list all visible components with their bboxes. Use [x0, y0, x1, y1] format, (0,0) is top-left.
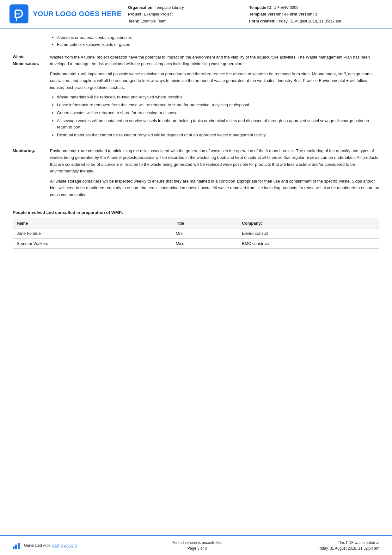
- people-table: Name Title Company: Jane Fondue Mrs Envi…: [13, 218, 379, 249]
- people-section-title: People involved and consulted in prepara…: [13, 210, 379, 215]
- waste-bullet-5: Residual materials that cannot be reused…: [57, 132, 379, 139]
- team-label: Team:: [128, 19, 139, 23]
- template-version-line: Template Version: 4 Form Version: 3: [249, 11, 379, 18]
- content: Asbestos or material containing asbestos…: [0, 28, 392, 535]
- intro-bullet-1: Asbestos or material containing asbestos: [57, 34, 379, 41]
- monitoring-para-1: Environmental + are committed to minimis…: [50, 147, 379, 175]
- footer-page: Page 3 of 8: [172, 546, 223, 551]
- form-version-value: 3: [315, 12, 317, 16]
- people-section: People involved and consulted in prepara…: [13, 210, 379, 249]
- dashpivot-icon: [13, 542, 21, 549]
- page: YOUR LOGO GOES HERE Organisation: Templa…: [0, 0, 392, 555]
- waste-para-2: Environmental + will implement all possi…: [50, 71, 379, 91]
- template-id-label: Template ID:: [249, 5, 273, 10]
- row1-title: Mrs: [172, 228, 238, 238]
- row2-name: Summer Walkers: [13, 238, 172, 248]
- project-value: Example Project: [144, 12, 173, 16]
- footer-pdf-line2: Friday, 31 August 2018, 11:52:54 am: [317, 546, 379, 551]
- footer: Generated with dashpivot.com Printed ver…: [0, 535, 392, 555]
- form-created-label: Form created:: [249, 19, 275, 23]
- row1-company: Enviro consult: [238, 228, 379, 238]
- template-id-line: Template ID: DP-ENV-0009: [249, 4, 379, 11]
- template-version-value: 4: [284, 12, 286, 16]
- waste-minimisation-label: Waste Minimisation:: [13, 54, 50, 142]
- logo-text: YOUR LOGO GOES HERE: [33, 10, 122, 18]
- footer-right: This PDF was created at Friday, 31 Augus…: [317, 540, 379, 551]
- table-row: Summer Walkers Miss BMC construct: [13, 238, 379, 248]
- logo-area: YOUR LOGO GOES HERE: [9, 3, 122, 25]
- col-name-header: Name: [13, 218, 172, 228]
- org-line: Organisation: Template Library: [128, 4, 236, 11]
- footer-generated-text: Generated with: [24, 543, 50, 548]
- svg-rect-2: [15, 545, 17, 549]
- waste-minimisation-body: Wastes from the A tunnel project operati…: [50, 54, 379, 142]
- footer-center: Printed version is uncontrolled Page 3 o…: [172, 540, 223, 551]
- waste-bullet-4: All sewage wastes will be contained on s…: [57, 118, 379, 131]
- monitoring-section: Monitoring: Environmental + are committe…: [13, 147, 379, 201]
- footer-left: Generated with dashpivot.com: [13, 542, 77, 549]
- svg-rect-1: [13, 546, 15, 549]
- monitoring-label: Monitoring:: [13, 147, 50, 201]
- header-meta-left: Organisation: Template Library Project: …: [128, 4, 236, 25]
- waste-bullet-1: Waste materials will be reduced, reused …: [57, 94, 379, 101]
- template-id-value: DP-ENV-0009: [274, 5, 299, 10]
- footer-link[interactable]: dashpivot.com: [52, 543, 77, 548]
- intro-bullet-list: Asbestos or material containing asbestos…: [51, 34, 379, 48]
- row2-title: Miss: [172, 238, 238, 248]
- org-value: Template Library: [155, 5, 184, 10]
- svg-rect-3: [18, 543, 20, 549]
- monitoring-body: Environmental + are committed to minimis…: [50, 147, 379, 201]
- form-created-value: Friday, 31 August 2018, 11:05:12 am: [277, 19, 341, 23]
- header: YOUR LOGO GOES HERE Organisation: Templa…: [0, 0, 392, 28]
- template-version-label: Template Version:: [249, 12, 283, 16]
- row1-name: Jane Fondue: [13, 228, 172, 238]
- project-label: Project:: [128, 12, 143, 16]
- waste-bullet-list: Waste materials will be reduced, reused …: [50, 94, 379, 139]
- row2-company: BMC construct: [238, 238, 379, 248]
- waste-bullet-3: General wastes will be returned to shore…: [57, 110, 379, 116]
- form-version-label: Form Version:: [287, 12, 314, 16]
- logo-icon: [9, 4, 28, 23]
- col-company-header: Company:: [238, 218, 379, 228]
- intro-bullet-2: Flammable or explosive liquids or gases: [57, 41, 379, 48]
- monitoring-para-2: All waste storage containers will be ins…: [50, 178, 379, 198]
- table-row: Jane Fondue Mrs Enviro consult: [13, 228, 379, 238]
- form-created-line: Form created: Friday, 31 August 2018, 11…: [249, 18, 379, 25]
- header-meta: Organisation: Template Library Project: …: [128, 3, 379, 25]
- org-label: Organisation:: [128, 5, 154, 10]
- footer-pdf-line1: This PDF was created at: [317, 540, 379, 546]
- waste-para-1: Wastes from the A tunnel project operati…: [50, 54, 379, 67]
- waste-minimisation-section: Waste Minimisation: Wastes from the A tu…: [13, 54, 379, 142]
- waste-bullet-2: Lease infrastructure removed from the le…: [57, 102, 379, 109]
- project-line: Project: Example Project: [128, 11, 236, 18]
- header-meta-right: Template ID: DP-ENV-0009 Template Versio…: [249, 4, 379, 25]
- table-header-row: Name Title Company:: [13, 218, 379, 228]
- team-line: Team: Example Team: [128, 18, 236, 25]
- intro-bullets-container: Asbestos or material containing asbestos…: [51, 34, 379, 48]
- footer-uncontrolled: Printed version is uncontrolled: [172, 540, 223, 546]
- team-value: Example Team: [140, 19, 166, 23]
- col-title-header: Title: [172, 218, 238, 228]
